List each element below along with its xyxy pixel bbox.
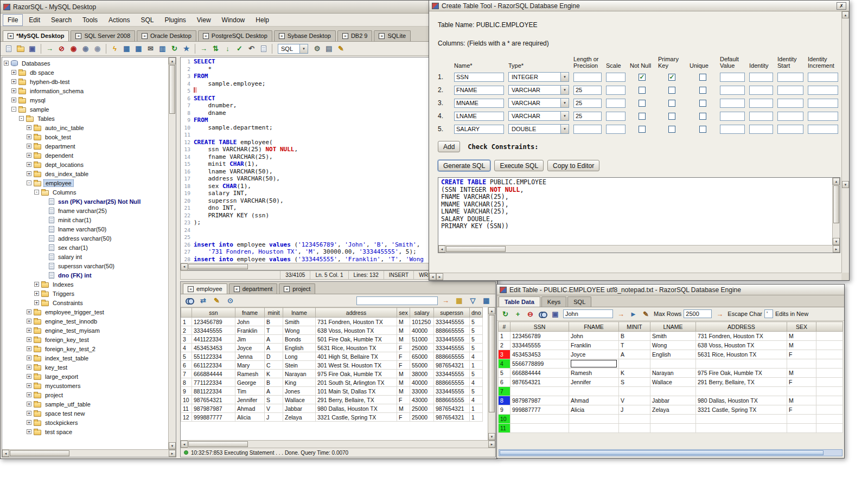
cell[interactable]: 980 Dallas, Houston TX	[316, 404, 397, 413]
result-row[interactable]: 12999887777AliciaJZelaya3321 Castle, Spr…	[181, 413, 483, 422]
cell[interactable]	[787, 359, 816, 369]
cell[interactable]	[569, 415, 619, 424]
row-number[interactable]: 1	[499, 332, 510, 341]
cell[interactable]: 101 Main St, Dallas TX	[316, 387, 397, 396]
length-input[interactable]: 25	[573, 86, 602, 95]
primary-key-checkbox[interactable]	[668, 87, 675, 94]
create-table-titlebar[interactable]: Create Table Tool - RazorSQL Database En…	[429, 1, 849, 11]
cell[interactable]: M	[787, 341, 816, 350]
column-header[interactable]: SSN	[510, 322, 569, 332]
default-value-input[interactable]	[720, 73, 745, 82]
close-tab-icon[interactable]: ×	[279, 33, 285, 39]
table-row[interactable]: 2333445555FranklinTWong638 Voss, Houston…	[499, 341, 843, 350]
scale-input[interactable]	[606, 112, 626, 121]
expand-icon[interactable]: +	[27, 144, 31, 148]
scroll-thumb[interactable]	[489, 315, 495, 412]
refresh-data-button[interactable]: ↻	[500, 308, 511, 320]
scroll-left-icon[interactable]: ◄	[429, 273, 436, 280]
expand-icon[interactable]: +	[27, 402, 31, 406]
cell[interactable]: Alicia	[235, 413, 265, 422]
result-row[interactable]: 1123456789JohnBSmith731 Fondren, Houston…	[181, 318, 483, 326]
cell[interactable]: A	[265, 335, 283, 344]
column-header[interactable]: sex	[397, 308, 410, 318]
cell[interactable]	[787, 415, 816, 424]
cell[interactable]: 5631 Rice, Houston TX	[316, 344, 397, 352]
cell[interactable]	[510, 387, 569, 396]
tree-item[interactable]: +department	[2, 141, 168, 151]
type-select[interactable]: DOUBLE▼	[508, 124, 569, 134]
cell[interactable]: M	[397, 378, 410, 387]
cell[interactable]: M	[397, 335, 410, 344]
primary-key-checkbox[interactable]	[668, 126, 675, 133]
column-header[interactable]: salary	[410, 308, 434, 318]
scroll-thumb[interactable]	[188, 441, 248, 447]
result-tab[interactable]: ×department	[229, 283, 278, 294]
row-number[interactable]: 5	[181, 352, 192, 361]
column-header[interactable]: dno	[470, 308, 483, 318]
escape-char-input[interactable]: '	[764, 309, 773, 318]
cell[interactable]: F	[397, 352, 410, 361]
cell[interactable]: 731 Fondren, Houston TX	[316, 318, 397, 326]
edit-horizontal-scrollbar[interactable]	[499, 449, 843, 456]
cell[interactable]	[619, 424, 650, 433]
expand-icon[interactable]: +	[27, 337, 31, 342]
export-grid-button[interactable]: ▦	[481, 295, 492, 306]
menu-search[interactable]: Search	[46, 14, 76, 26]
identity-input[interactable]	[749, 86, 773, 95]
tree-item[interactable]: address varchar(50)	[2, 234, 168, 243]
cell[interactable]: 987654321	[434, 413, 470, 422]
row-number[interactable]: 2	[499, 341, 510, 350]
tree-item[interactable]: +mysql	[2, 95, 168, 105]
cell[interactable]: Alicia	[569, 405, 619, 415]
edit-results-button[interactable]: ✎	[211, 295, 222, 306]
cell[interactable]: Jabbar	[650, 396, 696, 405]
close-tab-icon[interactable]: ×	[203, 33, 209, 39]
generate-sql-button[interactable]: Generate SQL	[438, 160, 490, 171]
cell[interactable]: Joyce	[569, 350, 619, 359]
cell[interactable]: 43000	[410, 396, 434, 404]
tree-item[interactable]: +employee_trigger_test	[2, 307, 168, 316]
cell[interactable]: M	[787, 369, 816, 378]
cell[interactable]: 25000	[410, 344, 434, 352]
cell[interactable]	[510, 415, 569, 424]
tree-item[interactable]: +sample_utf_table	[2, 399, 168, 409]
cell[interactable]: A	[265, 387, 283, 396]
cell[interactable]: Wallace	[283, 396, 316, 404]
cell[interactable]: 888665555	[434, 378, 470, 387]
cell[interactable]: K	[619, 369, 650, 378]
sql-horizontal-scrollbar[interactable]: ◄ ►	[438, 245, 840, 253]
scroll-track[interactable]	[169, 64, 176, 442]
column-header[interactable]: ADDRESS	[696, 322, 787, 332]
cell[interactable]: 3321 Castle, Spring TX	[696, 405, 787, 415]
cell[interactable]: F	[397, 396, 410, 404]
sql-vertical-scrollbar[interactable]: ▲ ▼	[832, 178, 840, 245]
tree-item[interactable]: lname varchar(50)	[2, 224, 168, 234]
chevron-down-icon[interactable]: ▼	[560, 86, 569, 94]
expand-icon[interactable]: +	[27, 309, 31, 314]
execute-sql-button[interactable]: Execute SQL	[494, 160, 544, 171]
cell[interactable]: 65000	[410, 352, 434, 361]
tree-item[interactable]: salary int	[2, 252, 168, 261]
cell[interactable]: Stein	[283, 361, 316, 370]
cell[interactable]	[569, 359, 619, 369]
result-tab[interactable]: ×employee	[183, 283, 227, 294]
auto-format-button[interactable]: ✎	[640, 308, 652, 320]
cell[interactable]: 333445555	[192, 326, 235, 335]
expand-icon[interactable]: +	[27, 420, 31, 425]
expand-icon[interactable]: +	[34, 282, 39, 287]
filter-button[interactable]: ▽	[467, 295, 478, 306]
connection-tab[interactable]: ×SQLite	[374, 30, 411, 41]
column-header[interactable]: #	[499, 322, 510, 332]
cell[interactable]	[619, 359, 650, 369]
menu-window[interactable]: Window	[217, 14, 250, 26]
expand-icon[interactable]: +	[34, 300, 39, 305]
cell[interactable]: 123456789	[192, 318, 235, 326]
scale-input[interactable]	[606, 99, 626, 108]
name-input[interactable]: FNAME	[454, 86, 504, 95]
find-results-button[interactable]	[184, 295, 195, 306]
cell[interactable]: 333445555	[510, 341, 569, 350]
expand-icon[interactable]: +	[27, 346, 31, 351]
cell[interactable]: Ramesh	[569, 369, 619, 378]
chevron-down-icon[interactable]: ▼	[560, 112, 569, 120]
scroll-up-icon[interactable]: ▲	[488, 307, 495, 314]
